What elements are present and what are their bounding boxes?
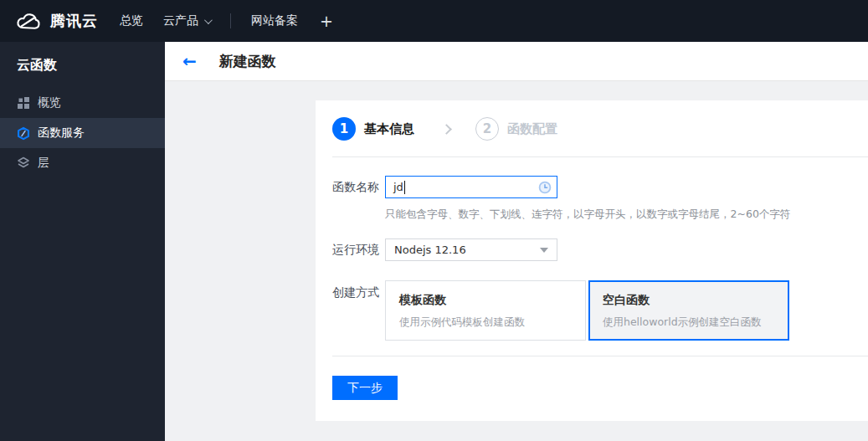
runtime-label: 运行环境 xyxy=(332,238,385,261)
sidebar-item-layers[interactable]: 层 xyxy=(0,148,165,178)
back-button[interactable]: ← xyxy=(182,53,197,69)
card-desc: 使用helloworld示例创建空白函数 xyxy=(603,315,788,330)
function-name-row: 函数名称 jd xyxy=(332,176,868,198)
chevron-down-icon xyxy=(540,248,548,253)
nav-item-website-icp[interactable]: 网站备案 xyxy=(241,0,308,42)
basic-info-form: 函数名称 jd 只能包含字母、数字、下划线、连字符，以字母开头，以数字或字母结尾… xyxy=(316,176,868,341)
tencent-cloud-logo[interactable]: 腾讯云 xyxy=(15,11,98,32)
sidebar-item-overview[interactable]: 概览 xyxy=(0,88,165,118)
sidebar-item-label: 函数服务 xyxy=(38,126,85,141)
top-nav: 总览 云产品 网站备案 + xyxy=(110,0,345,42)
sidebar-item-label: 概览 xyxy=(38,95,61,110)
step-2-circle: 2 xyxy=(475,117,499,141)
clock-icon xyxy=(538,181,552,197)
sidebar: 云函数 概览 函数服务 xyxy=(0,42,165,441)
function-name-label: 函数名称 xyxy=(332,176,385,198)
card-desc: 使用示例代码模板创建函数 xyxy=(399,315,585,330)
text-cursor xyxy=(404,181,405,194)
step-indicator: 1 基本信息 2 函数配置 xyxy=(316,100,868,141)
page-title: 新建函数 xyxy=(219,52,276,71)
runtime-selected-value: Nodejs 12.16 xyxy=(394,244,466,256)
step-2-label: 函数配置 xyxy=(507,121,557,137)
grid-icon xyxy=(17,96,30,110)
sidebar-item-label: 层 xyxy=(38,156,49,171)
creation-method-label: 创建方式 xyxy=(332,280,385,341)
card-title: 空白函数 xyxy=(603,293,788,308)
card-title: 模板函数 xyxy=(399,293,585,308)
nav-divider xyxy=(230,13,231,28)
nav-item-overview[interactable]: 总览 xyxy=(110,0,153,42)
nav-item-cloud-products[interactable]: 云产品 xyxy=(153,0,220,42)
brand-name: 腾讯云 xyxy=(50,11,98,31)
footer-divider xyxy=(332,356,868,356)
step-1-label: 基本信息 xyxy=(364,121,414,137)
section-divider xyxy=(332,156,868,157)
runtime-row: 运行环境 Nodejs 12.16 xyxy=(332,238,868,261)
function-name-input[interactable]: jd xyxy=(385,176,557,198)
creation-method-row: 创建方式 模板函数 使用示例代码模板创建函数 空白函数 使用helloworld… xyxy=(332,280,868,341)
function-name-value: jd xyxy=(393,181,403,193)
function-hexagon-icon xyxy=(17,126,30,140)
create-function-panel: 1 基本信息 2 函数配置 函数名称 jd 只能包含字母、数字、下划线、连字符，… xyxy=(316,100,868,421)
layers-icon xyxy=(17,156,30,170)
sidebar-item-function-service[interactable]: 函数服务 xyxy=(0,118,165,148)
next-step-button[interactable]: 下一步 xyxy=(332,376,398,400)
nav-item-overview-label: 总览 xyxy=(120,13,143,28)
chevron-right-icon xyxy=(441,124,452,135)
page-header: ← 新建函数 xyxy=(165,42,868,81)
function-name-help: 只能包含字母、数字、下划线、连字符，以字母开头，以数字或字母结尾，2~60个字符 xyxy=(385,208,868,222)
nav-item-cloud-products-label: 云产品 xyxy=(163,13,198,28)
step-1-circle: 1 xyxy=(332,117,356,141)
nav-item-website-icp-label: 网站备案 xyxy=(251,13,298,28)
card-template-function[interactable]: 模板函数 使用示例代码模板创建函数 xyxy=(385,280,586,341)
runtime-select[interactable]: Nodejs 12.16 xyxy=(385,238,557,261)
creation-method-options: 模板函数 使用示例代码模板创建函数 空白函数 使用helloworld示例创建空… xyxy=(385,280,789,341)
sidebar-menu: 概览 函数服务 层 xyxy=(0,88,165,178)
card-blank-function[interactable]: 空白函数 使用helloworld示例创建空白函数 xyxy=(588,280,789,341)
topbar: 腾讯云 总览 云产品 网站备案 + xyxy=(0,0,868,42)
cloud-logo-icon xyxy=(15,11,42,32)
add-tab-button[interactable]: + xyxy=(308,12,345,30)
sidebar-title: 云函数 xyxy=(0,42,165,74)
chevron-down-icon xyxy=(204,16,213,24)
